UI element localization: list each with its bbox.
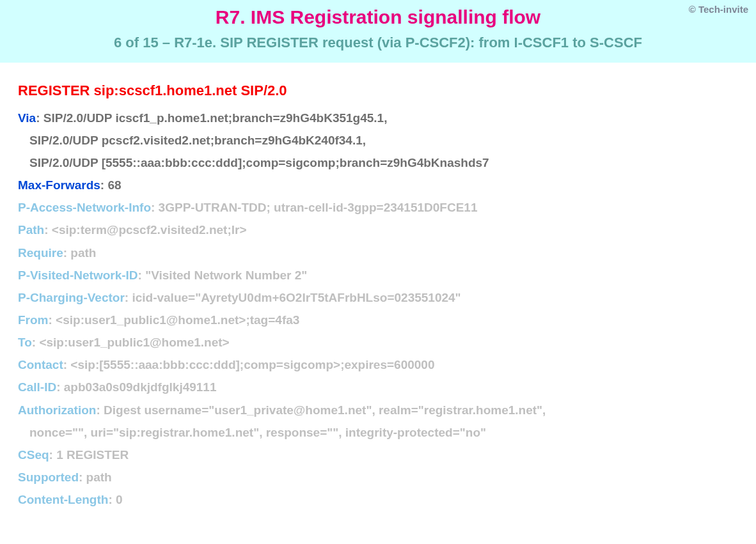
colon: :	[79, 470, 86, 484]
copyright-label: © Tech-invite	[689, 4, 748, 15]
colon: :	[44, 223, 52, 237]
sip-header-name: Via	[18, 111, 36, 125]
colon: :	[96, 403, 104, 417]
sip-header-row: P-Access-Network-Info: 3GPP-UTRAN-TDD; u…	[18, 196, 738, 219]
sip-header-row: From: <sip:user1_public1@home1.net>;tag=…	[18, 309, 738, 331]
colon: :	[32, 336, 40, 349]
colon: :	[56, 380, 64, 394]
sip-header-value: icid-value="AyretyU0dm+6O2IrT5tAFrbHLso=…	[132, 291, 461, 304]
sip-header-name: P-Visited-Network-ID	[18, 268, 138, 282]
sip-header-value: 0	[116, 493, 123, 506]
colon: :	[49, 448, 57, 462]
banner: © Tech-invite R7. IMS Registration signa…	[0, 0, 756, 63]
sip-header-row: Path: <sip:term@pcscf2.visited2.net;lr>	[18, 219, 738, 241]
sip-header-name: To	[18, 336, 32, 349]
colon: :	[125, 291, 132, 304]
sip-header-value: <sip:user1_public1@home1.net>;tag=4fa3	[56, 313, 299, 327]
sip-header-name: From	[18, 313, 49, 327]
sip-header-value: 68	[107, 178, 121, 192]
sip-header-continuation: nonce="", uri="sip:registrar.home1.net",…	[18, 421, 738, 444]
colon: :	[100, 178, 108, 192]
sip-header-value: <sip:term@pcscf2.visited2.net;lr>	[52, 223, 247, 237]
sip-header-value: <sip:user1_public1@home1.net>	[39, 336, 229, 349]
sip-header-row: CSeq: 1 REGISTER	[18, 444, 738, 466]
sip-header-name: Supported	[18, 470, 79, 484]
colon: :	[36, 111, 43, 125]
sip-request-line: REGISTER sip:scscf1.home1.net SIP/2.0	[18, 78, 738, 104]
sip-header-value: path	[70, 246, 96, 260]
sip-header-value: 1 REGISTER	[56, 448, 129, 462]
sip-header-row: Call-ID: apb03a0s09dkjdfglkj49111	[18, 376, 738, 398]
colon: :	[63, 358, 71, 371]
page-subtitle: 6 of 15 – R7-1e. SIP REGISTER request (v…	[0, 35, 756, 51]
sip-header-row: Via: SIP/2.0/UDP icscf1_p.home1.net;bran…	[18, 107, 738, 129]
sip-header-row: Supported: path	[18, 466, 738, 488]
sip-header-name: Content-Length	[18, 493, 108, 506]
sip-header-row: P-Visited-Network-ID: "Visited Network N…	[18, 264, 738, 286]
sip-message-body: REGISTER sip:scscf1.home1.net SIP/2.0 Vi…	[0, 63, 756, 526]
colon: :	[63, 246, 71, 260]
sip-header-name: Authorization	[18, 403, 96, 417]
sip-header-name: Call-ID	[18, 380, 56, 394]
sip-header-row: Authorization: Digest username="user1_pr…	[18, 399, 738, 421]
sip-header-name: Require	[18, 246, 63, 260]
colon: :	[151, 201, 159, 214]
sip-header-value: <sip:[5555::aaa:bbb:ccc:ddd];comp=sigcom…	[70, 358, 434, 371]
sip-header-row: Require: path	[18, 242, 738, 264]
sip-header-row: To: <sip:user1_public1@home1.net>	[18, 331, 738, 354]
page-title: R7. IMS Registration signalling flow	[0, 6, 756, 28]
sip-header-value: 3GPP-UTRAN-TDD; utran-cell-id-3gpp=23415…	[159, 201, 478, 214]
sip-header-name: P-Charging-Vector	[18, 291, 125, 304]
sip-header-value: apb03a0s09dkjdfglkj49111	[64, 380, 217, 394]
colon: :	[138, 268, 146, 282]
sip-header-name: Max-Forwards	[18, 178, 100, 192]
sip-header-value: Digest username="user1_private@home1.net…	[104, 403, 546, 417]
sip-header-name: P-Access-Network-Info	[18, 201, 151, 214]
sip-header-row: Contact: <sip:[5555::aaa:bbb:ccc:ddd];co…	[18, 354, 738, 376]
sip-header-name: Contact	[18, 358, 63, 371]
sip-header-continuation: SIP/2.0/UDP [5555::aaa:bbb:ccc:ddd];comp…	[18, 152, 738, 174]
sip-header-row: Max-Forwards: 68	[18, 174, 738, 196]
sip-header-row: P-Charging-Vector: icid-value="AyretyU0d…	[18, 286, 738, 309]
colon: :	[49, 313, 56, 327]
sip-header-value: SIP/2.0/UDP icscf1_p.home1.net;branch=z9…	[43, 111, 388, 125]
sip-header-name: Path	[18, 223, 44, 237]
sip-header-value: path	[86, 470, 112, 484]
colon: :	[108, 493, 116, 506]
sip-header-continuation: SIP/2.0/UDP pcscf2.visited2.net;branch=z…	[18, 129, 738, 152]
sip-header-row: Content-Length: 0	[18, 488, 738, 511]
sip-header-value: "Visited Network Number 2"	[145, 268, 307, 282]
sip-header-name: CSeq	[18, 448, 49, 462]
sip-headers: Via: SIP/2.0/UDP icscf1_p.home1.net;bran…	[18, 107, 738, 511]
